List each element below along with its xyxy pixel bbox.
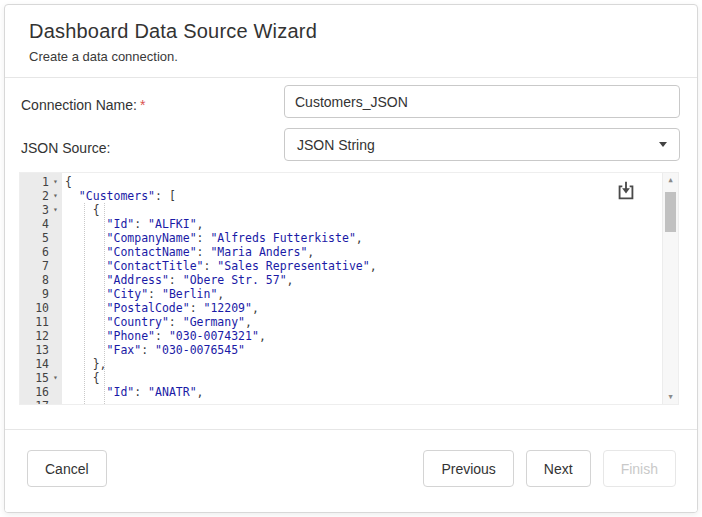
wizard-nav-buttons: Previous Next Finish <box>423 450 676 487</box>
connection-name-label-text: Connection Name: <box>21 97 137 113</box>
json-editor[interactable]: 1▾2▾3▾456789101112131415▾1617 { "Custome… <box>19 172 679 405</box>
connection-name-label: Connection Name:* <box>21 89 145 122</box>
gutter-line: 8 <box>20 273 62 287</box>
gutter-line: 15▾ <box>20 371 62 385</box>
finish-button: Finish <box>603 450 676 487</box>
dialog-title: Dashboard Data Source Wizard <box>29 20 673 43</box>
vertical-scrollbar[interactable]: ▲ ▼ <box>662 173 678 404</box>
fold-arrow-icon[interactable]: ▾ <box>49 175 62 189</box>
gutter-line: 1▾ <box>20 175 62 189</box>
connection-name-input[interactable] <box>284 85 680 118</box>
dialog-footer: Cancel Previous Next Finish <box>5 429 697 512</box>
gutter-line: 12 <box>20 329 62 343</box>
gutter-line: 9 <box>20 287 62 301</box>
gutter-line: 3▾ <box>20 203 62 217</box>
json-source-select[interactable]: JSON String <box>284 128 680 161</box>
code-line[interactable] <box>65 399 662 404</box>
code-line[interactable]: "ContactName": "Maria Anders", <box>65 245 662 259</box>
indent-guide <box>104 203 105 404</box>
code-line[interactable]: "Phone": "030-0074321", <box>65 329 662 343</box>
download-button[interactable] <box>615 180 637 202</box>
previous-button[interactable]: Previous <box>423 450 513 487</box>
code-line[interactable]: "Address": "Obere Str. 57", <box>65 273 662 287</box>
gutter-line: 16 <box>20 385 62 399</box>
code-lines[interactable]: { "Customers": [ { "Id": "ALFKI", "Compa… <box>65 175 662 404</box>
code-line[interactable]: "Id": "ANATR", <box>65 385 662 399</box>
scrollbar-thumb[interactable] <box>665 192 676 232</box>
gutter-line: 17 <box>20 399 62 405</box>
code-line[interactable]: "Customers": [ <box>65 189 662 203</box>
next-button[interactable]: Next <box>526 450 591 487</box>
json-source-label: JSON Source: <box>21 132 110 165</box>
dialog-subtitle: Create a data connection. <box>29 49 673 64</box>
dialog-header: Dashboard Data Source Wizard Create a da… <box>5 5 697 78</box>
code-line[interactable]: { <box>65 203 662 217</box>
required-asterisk: * <box>140 97 145 113</box>
code-area[interactable]: { "Customers": [ { "Id": "ALFKI", "Compa… <box>62 173 662 404</box>
code-line[interactable]: "City": "Berlin", <box>65 287 662 301</box>
code-line[interactable]: "Fax": "030-0076545" <box>65 343 662 357</box>
fold-arrow-icon[interactable]: ▾ <box>49 203 62 217</box>
code-line[interactable]: "CompanyName": "Alfreds Futterkiste", <box>65 231 662 245</box>
code-line[interactable]: }, <box>65 357 662 371</box>
indent-guide <box>84 203 85 404</box>
gutter-line: 4 <box>20 217 62 231</box>
fold-arrow-icon[interactable]: ▾ <box>49 371 62 385</box>
gutter-line: 5 <box>20 231 62 245</box>
gutter-line: 14 <box>20 357 62 371</box>
code-line[interactable]: { <box>65 175 662 189</box>
gutter-line: 2▾ <box>20 189 62 203</box>
code-line[interactable]: { <box>65 371 662 385</box>
gutter-line: 11 <box>20 315 62 329</box>
cancel-button[interactable]: Cancel <box>27 450 107 487</box>
gutter-line: 6 <box>20 245 62 259</box>
code-line[interactable]: "ContactTitle": "Sales Representative", <box>65 259 662 273</box>
json-source-selected-value: JSON String <box>297 137 375 153</box>
code-line[interactable]: "PostalCode": "12209", <box>65 301 662 315</box>
editor-gutter: 1▾2▾3▾456789101112131415▾1617 <box>20 173 62 404</box>
data-source-wizard-dialog: Dashboard Data Source Wizard Create a da… <box>4 4 698 513</box>
gutter-line: 10 <box>20 301 62 315</box>
gutter-line: 7 <box>20 259 62 273</box>
code-line[interactable]: "Id": "ALFKI", <box>65 217 662 231</box>
scroll-down-icon[interactable]: ▼ <box>663 393 678 401</box>
download-icon <box>615 180 637 202</box>
gutter-line: 13 <box>20 343 62 357</box>
scroll-up-icon[interactable]: ▲ <box>663 176 678 184</box>
chevron-down-icon <box>659 142 667 147</box>
code-line[interactable]: "Country": "Germany", <box>65 315 662 329</box>
fold-arrow-icon[interactable]: ▾ <box>49 189 62 203</box>
